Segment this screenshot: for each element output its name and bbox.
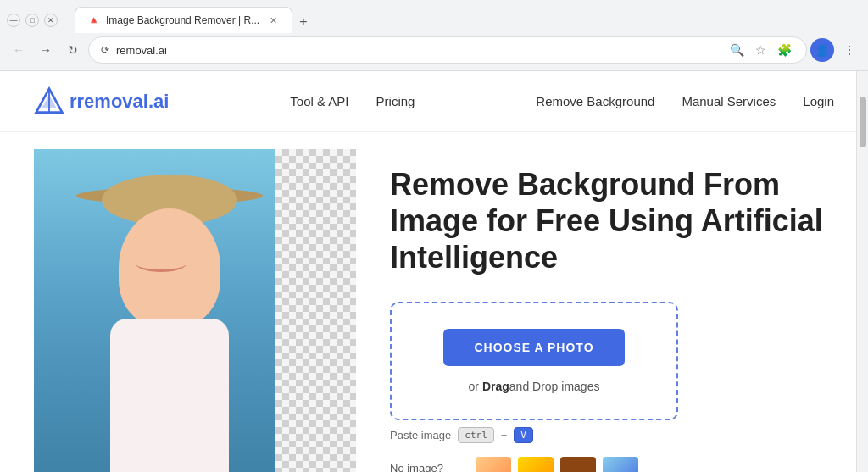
lock-icon: ⟳	[101, 44, 109, 56]
search-icon[interactable]: 🔍	[726, 40, 747, 60]
site-content: rremoval.ai Tool & API Pricing Remove Ba…	[0, 71, 868, 472]
nav-link-pricing[interactable]: Pricing	[376, 94, 415, 108]
site-navigation: rremoval.ai Tool & API Pricing Remove Ba…	[0, 71, 868, 132]
scrollbar[interactable]	[856, 71, 868, 472]
sample-image-4[interactable]	[603, 457, 638, 472]
tab-favicon: 🔺	[87, 14, 99, 26]
choose-photo-button[interactable]: CHOOSE A PHOTO	[443, 329, 624, 366]
window-controls[interactable]: — □ ✕	[7, 14, 58, 27]
ctrl-key: ctrl	[458, 427, 494, 443]
nav-links-left: Tool & API Pricing	[290, 94, 415, 108]
address-bar[interactable]: ⟳ removal.ai 🔍 ☆ 🧩	[88, 36, 807, 64]
v-key: V	[514, 427, 533, 443]
sample-image-1[interactable]	[476, 457, 511, 472]
profile-button[interactable]: 👤	[810, 38, 834, 62]
new-tab-button[interactable]: +	[292, 11, 314, 33]
hero-image	[34, 149, 356, 472]
browser-chrome: — □ ✕ 🔺 Image Background Remover | R... …	[0, 0, 868, 71]
menu-button[interactable]: ⋮	[837, 38, 861, 62]
back-button[interactable]: ←	[7, 38, 31, 62]
tab-close-button[interactable]: ✕	[266, 14, 280, 27]
nav-links-right: Remove Background Manual Services Login	[536, 94, 834, 108]
title-bar: — □ ✕ 🔺 Image Background Remover | R... …	[0, 0, 868, 33]
address-actions: 🔍 ☆ 🧩	[726, 40, 794, 60]
active-tab[interactable]: 🔺 Image Background Remover | R... ✕	[75, 7, 292, 33]
address-bar-row: ← → ↻ ⟳ removal.ai 🔍 ☆ 🧩 👤 ⋮	[0, 33, 868, 70]
nav-link-remove-bg[interactable]: Remove Background	[536, 94, 654, 108]
bookmark-icon[interactable]: ☆	[750, 40, 771, 60]
scrollbar-thumb[interactable]	[860, 97, 866, 147]
hero-title: Remove Background From Image for Free Us…	[390, 166, 834, 276]
nav-link-login[interactable]: Login	[803, 94, 834, 108]
logo-icon	[34, 86, 64, 117]
forward-button[interactable]: →	[34, 38, 58, 62]
upload-box[interactable]: CHOOSE A PHOTO or Dragand Drop images	[390, 302, 678, 420]
nav-link-manual-services[interactable]: Manual Services	[682, 94, 776, 108]
logo-text: rremoval.ai	[70, 91, 169, 113]
close-button[interactable]: ✕	[44, 14, 58, 27]
hero-content: Remove Background From Image for Free Us…	[390, 132, 834, 472]
no-image-text: No image? Try one of these	[390, 462, 469, 472]
drag-drop-text: or Dragand Drop images	[469, 380, 600, 393]
paste-row: Paste image ctrl + V	[390, 427, 834, 443]
maximize-button[interactable]: □	[25, 14, 39, 27]
sample-image-2[interactable]	[518, 457, 554, 472]
sample-images-row: No image? Try one of these	[390, 457, 834, 472]
nav-link-tool-api[interactable]: Tool & API	[290, 94, 348, 108]
person-figure	[51, 158, 314, 472]
tab-bar: 🔺 Image Background Remover | R... ✕ +	[68, 7, 321, 33]
logo[interactable]: rremoval.ai	[34, 86, 169, 117]
hero-section: Remove Background From Image for Free Us…	[0, 132, 868, 472]
reload-button[interactable]: ↻	[61, 38, 85, 62]
minimize-button[interactable]: —	[7, 14, 20, 27]
paste-label: Paste image	[390, 429, 451, 441]
sample-image-3[interactable]	[560, 457, 596, 472]
body	[110, 319, 229, 472]
plus-sign: +	[501, 429, 508, 441]
extensions-icon[interactable]: 🧩	[774, 40, 794, 60]
tab-title: Image Background Remover | R...	[106, 14, 259, 26]
address-text: removal.ai	[116, 44, 720, 57]
smile	[136, 255, 186, 272]
